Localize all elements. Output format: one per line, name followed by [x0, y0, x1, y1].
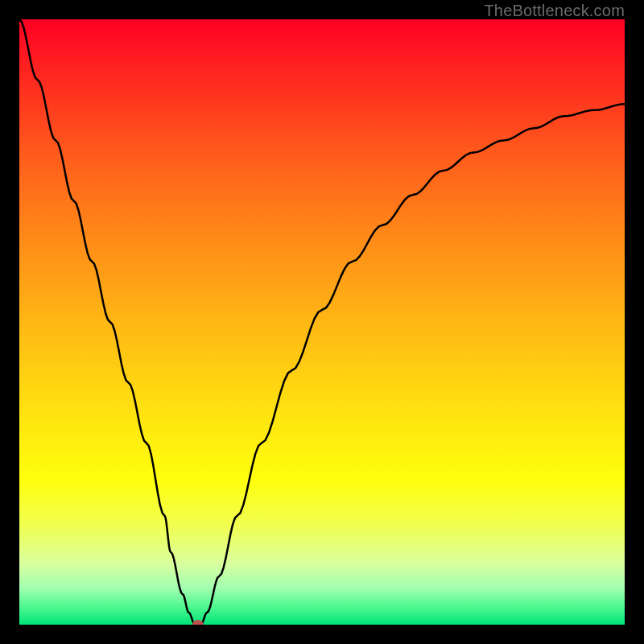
watermark-text: TheBottleneck.com: [484, 2, 625, 20]
chart-frame: TheBottleneck.com: [0, 0, 644, 644]
bottleneck-curve-svg: [19, 19, 625, 625]
plot-area: [19, 19, 625, 625]
bottleneck-curve-path: [19, 19, 625, 625]
minimum-marker: [192, 620, 204, 625]
